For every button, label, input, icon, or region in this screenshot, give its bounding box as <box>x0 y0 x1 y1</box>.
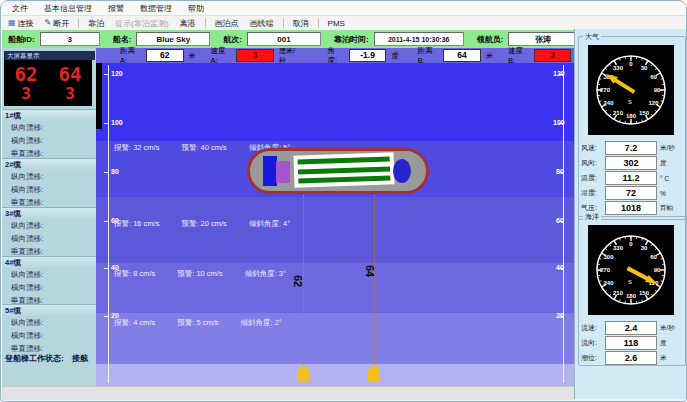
svg-text:270: 270 <box>600 267 611 273</box>
led-display: 62 64 3 3 <box>4 60 92 106</box>
toolbar-berth-button[interactable]: 靠泊 <box>86 18 106 29</box>
svg-text:210: 210 <box>613 110 624 116</box>
toolbar-connect-button[interactable]: ▦ 连接 <box>6 18 36 29</box>
berthing-chart: 120 100 80 60 40 20 120 100 80 60 40 20 … <box>96 63 574 386</box>
axis-label-left: 100 <box>111 119 123 126</box>
ocean-group: 海洋 0306090120150180210240270300330S 流速: … <box>578 216 686 366</box>
toolbar-depart-button[interactable]: 离港 <box>178 18 198 29</box>
axis-tick <box>104 221 109 222</box>
ship-name-label: 船名: <box>113 34 132 45</box>
svg-text:330: 330 <box>613 245 624 251</box>
axis-label-right: 40 <box>556 264 564 271</box>
longitudinal-drift-label: 纵向漂移: <box>2 268 96 281</box>
humidity-unit: % <box>660 190 666 197</box>
cable-section-title: 3#缆 <box>2 207 96 219</box>
toolbar-pms-button[interactable]: PMS <box>326 19 347 28</box>
gangway-status-value: 接舷 <box>72 354 88 363</box>
connect-icon: ▦ <box>8 19 16 27</box>
toolbar-berth-monitor-hint-button[interactable]: 提示(靠泊监测) <box>113 18 170 29</box>
menu-alarm[interactable]: 报警 <box>108 3 124 14</box>
sensor-line-b <box>374 195 375 365</box>
wind-direction-label: 风向: <box>581 158 605 168</box>
cable-section-title: 4#缆 <box>2 256 96 268</box>
svg-text:120: 120 <box>649 100 660 106</box>
cargo-stripe <box>298 157 390 165</box>
toolbar-draw-line-end-button[interactable]: 画线端 <box>248 18 276 29</box>
cable-section-1: 1#缆 纵向漂移: 横向漂移: 垂直漂移: <box>2 109 96 160</box>
current-speed-value: 2.4 <box>605 321 657 335</box>
menu-help[interactable]: 帮助 <box>188 3 204 14</box>
current-speed-unit: 米/秒 <box>660 324 675 333</box>
ship-bow-tank <box>393 159 411 183</box>
lateral-drift-label: 横向漂移: <box>2 281 96 294</box>
chart-band-3 <box>96 197 574 263</box>
tilt-threshold: 倾斜角度: 3° <box>245 269 286 279</box>
led-speed-a: 3 <box>21 85 31 103</box>
measurement-bar: 距离A: 62 米 速度A: 3 厘米/秒 角度: -1.9 度 距离B: 64… <box>96 48 598 63</box>
menu-bar: 文件 基本信息管理 报警 数据管理 帮助 <box>2 2 687 16</box>
temperature-unit: ° C <box>660 175 669 182</box>
cable-section-4: 4#缆 纵向漂移: 横向漂移: 垂直漂移: <box>2 256 96 307</box>
menu-basic-info[interactable]: 基本信息管理 <box>44 3 92 14</box>
wind-direction-value: 302 <box>605 156 657 170</box>
toolbar-draw-berth-point-button[interactable]: 画泊点 <box>213 18 241 29</box>
tide-level-value: 2.6 <box>605 351 657 365</box>
svg-text:240: 240 <box>603 100 614 106</box>
ship-deckhouse <box>276 161 290 183</box>
axis-tick <box>104 74 109 75</box>
toolbar-cancel-button[interactable]: 取消 <box>291 18 311 29</box>
led-distance-row: 62 64 <box>4 64 92 85</box>
toolbar-disconnect-button[interactable]: ✎ 断开 <box>43 18 72 29</box>
tilt-threshold: 倾斜角度: 4° <box>249 219 290 229</box>
current-direction-value: 118 <box>605 336 657 350</box>
menu-data-mgmt[interactable]: 数据管理 <box>140 3 172 14</box>
speed-b-value: 3 <box>534 49 572 62</box>
led-panel-title: 大屏幕显示 <box>4 51 95 60</box>
disconnect-icon: ✎ <box>45 19 52 27</box>
longitudinal-drift-label: 纵向漂移: <box>2 316 96 329</box>
sensor-line-a-distance: 62 <box>292 275 304 287</box>
axis-tick <box>104 268 109 269</box>
axis-label-left: 120 <box>111 70 123 77</box>
pressure-unit: 百帕 <box>660 204 673 213</box>
voyage-field[interactable]: 001 <box>247 32 321 46</box>
ship-superstructure <box>263 156 277 186</box>
sensor-line-b-distance: 64 <box>364 265 376 277</box>
longitudinal-drift-label: 纵向漂移: <box>2 170 96 183</box>
axis-tick <box>104 316 109 317</box>
current-speed-row: 流速: 2.4 米/秒 <box>581 321 683 335</box>
cargo-stripe <box>298 175 390 183</box>
menu-file[interactable]: 文件 <box>12 3 28 14</box>
pilot-field[interactable]: 张涛 <box>508 32 578 46</box>
ship-id-field[interactable]: 3 <box>40 32 100 46</box>
axis-label-right: 20 <box>556 312 564 319</box>
toolbar-connect-label: 连接 <box>18 18 34 29</box>
status-strip <box>2 386 574 400</box>
wind-direction-unit: 度 <box>660 159 667 168</box>
axis-label-right: 120 <box>553 70 565 77</box>
chart-band-6 <box>96 364 574 386</box>
ship-id-label: 船舶ID: <box>8 34 35 45</box>
warn-threshold: 预警: 5 cm/s <box>177 318 218 328</box>
angle-unit: 度 <box>391 51 398 61</box>
berth-time-field[interactable]: 2011-4-15 10:30:36 <box>374 32 464 46</box>
axis-label-right: 60 <box>556 217 564 224</box>
wind-direction-row: 风向: 302 度 <box>581 156 683 170</box>
distance-b-value: 64 <box>443 49 481 62</box>
led-distance-a: 62 <box>15 64 38 85</box>
wind-speed-row: 风速: 7.2 米/秒 <box>581 141 683 155</box>
ocean-group-title: 海洋 <box>583 212 601 222</box>
svg-text:180: 180 <box>626 113 637 119</box>
svg-text:30: 30 <box>641 245 648 251</box>
svg-text:30: 30 <box>641 65 648 71</box>
alarm-threshold: 报警: 16 cm/s <box>114 219 159 229</box>
humidity-row: 湿度: 72 % <box>581 186 683 200</box>
temperature-label: 温度: <box>581 173 605 183</box>
ship-shape[interactable] <box>247 148 429 194</box>
alert-line-2deg: 报警: 4 cm/s 预警: 5 cm/s 倾斜角度: 2° <box>114 318 282 328</box>
ship-name-field[interactable]: Blue Sky <box>136 32 210 46</box>
svg-text:0: 0 <box>629 61 633 67</box>
berthing-monitor-window: 文件 基本信息管理 报警 数据管理 帮助 ▦ 连接 ✎ 断开 靠泊 提示(靠泊监… <box>0 0 687 402</box>
wind-speed-value: 7.2 <box>605 141 657 155</box>
led-distance-b: 64 <box>59 64 82 85</box>
